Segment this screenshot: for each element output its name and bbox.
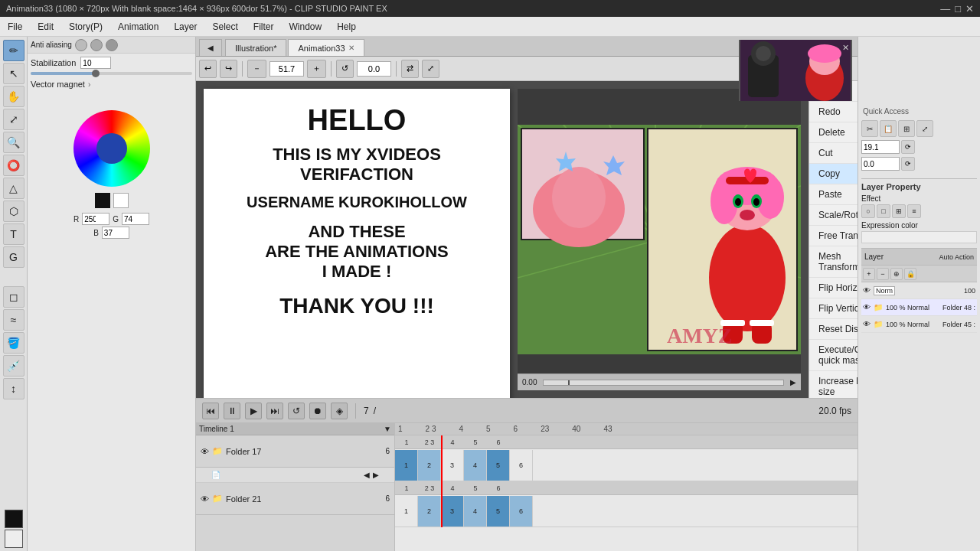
stab-input[interactable] [80,57,111,69]
tool-hand[interactable]: ✋ [3,86,24,107]
merge-btn[interactable]: ⊕ [890,268,903,280]
qa-tool-3[interactable]: ⊞ [898,120,915,137]
position-slider[interactable] [543,380,784,386]
tool-select[interactable]: ↖ [3,63,24,84]
expression-color-bar[interactable] [861,231,977,243]
ctx-free-transform[interactable]: Free Transform [809,226,858,246]
zoom-input[interactable] [270,61,304,77]
tool-bucket[interactable]: 🪣 [3,332,24,354]
menu-animation[interactable]: Animation [110,17,166,37]
tool-circle[interactable]: ⭕ [3,155,24,176]
aa-circle3[interactable] [106,39,118,51]
ctx-execute-mask[interactable]: Execute/Cancel quick mask [809,340,858,371]
frame-cell-1-2[interactable]: 2 [418,450,441,481]
menu-filter[interactable]: Filter [246,17,282,37]
angle-input[interactable] [357,61,391,77]
zoom-value-input[interactable] [861,140,900,154]
pause-btn[interactable]: ⏸ [224,403,240,419]
effect-icon-1[interactable]: ○ [861,204,875,218]
tool-move[interactable]: ↕ [3,378,24,399]
eye-icon-21[interactable]: 👁 [201,494,209,504]
ctx-delete[interactable]: Delete [809,122,858,143]
play-next-btn[interactable]: ⏭ [266,403,283,419]
zoom-in-btn[interactable]: ＋ [307,60,326,78]
record-btn[interactable]: ⏺ [309,403,326,419]
rotate-btn[interactable]: ↺ [336,60,354,78]
ctx-increase-brush[interactable]: Increase brush size [809,371,858,398]
ctx-mesh-transform[interactable]: Mesh Transform [809,246,858,278]
eye-icon-17[interactable]: 👁 [201,447,209,456]
lock-btn[interactable]: 🔒 [904,268,916,280]
timeline-menu[interactable]: ▼ [384,425,391,433]
new-layer-btn[interactable]: + [863,268,875,280]
foreground-color[interactable] [5,510,23,528]
play-btn[interactable]: ▶ [245,403,262,419]
playhead[interactable] [441,435,443,527]
tool-gradient[interactable]: G [3,246,24,268]
tool-eyedrop[interactable]: 💉 [3,355,24,377]
flip-h-btn[interactable]: ⇄ [401,60,419,78]
frame-cell-1-5[interactable]: 5 [487,450,510,481]
eye-2[interactable]: 👁 [863,320,871,328]
color-selector[interactable] [96,133,127,164]
redo-btn[interactable]: ↪ [220,60,237,78]
color-wheel[interactable] [74,110,150,187]
ctx-redo[interactable]: Redo [809,102,858,122]
ctx-cut[interactable]: Cut [809,143,858,164]
tab-animation[interactable]: Animation33 ✕ [288,39,364,56]
frame-cell-2-5[interactable]: 5 [487,496,510,527]
minimize-btn[interactable]: — [940,3,950,15]
tab-nav-btn[interactable]: ◀ [199,39,222,56]
qa-tool-4[interactable]: ⤢ [916,120,933,137]
tab-close-btn[interactable]: ✕ [348,44,354,52]
menu-select[interactable]: Select [204,17,245,37]
menu-window[interactable]: Window [281,17,329,37]
tool-fill[interactable]: ⬡ [3,201,24,222]
aa-circle2[interactable] [90,39,103,51]
tool-eraser[interactable]: ◻ [3,286,24,308]
del-layer-btn[interactable]: − [877,268,889,280]
bg-swatch[interactable] [113,193,129,208]
zoom-out-btn[interactable]: － [247,60,266,78]
tab-illustration[interactable]: Illustration* [225,39,286,56]
color-b-input[interactable] [102,227,129,239]
menu-help[interactable]: Help [329,17,364,37]
qa-tool-1[interactable]: ✂ [861,120,878,137]
background-color[interactable] [5,530,23,548]
play-back-btn[interactable]: ⏮ [202,403,219,419]
sub-prev-btn[interactable]: ◀ [364,471,370,479]
frame-cell-1-4[interactable]: 4 [464,450,487,481]
menu-edit[interactable]: Edit [30,17,61,37]
arrow-right[interactable]: ▶ [790,378,796,386]
ctx-flip-h[interactable]: Flip Horizontal [809,278,858,298]
tool-blend[interactable]: ≈ [3,309,24,331]
ctx-flip-v[interactable]: Flip Vertical [809,298,858,319]
undo-btn[interactable]: ↩ [199,60,217,78]
angle-reset[interactable]: ⟳ [901,157,915,171]
preview-close-btn[interactable]: ✕ [842,43,849,53]
effect-icon-3[interactable]: ⊞ [892,204,906,218]
frame-cell-2-4[interactable]: 4 [464,496,487,527]
loop-btn[interactable]: ↺ [288,403,305,419]
tool-transform[interactable]: ⤢ [3,109,24,130]
fullscreen-btn[interactable]: ⤢ [422,60,439,78]
ctx-scale-rotate[interactable]: Scale/Rotate [809,205,858,226]
close-btn[interactable]: ✕ [965,3,974,15]
onion-btn[interactable]: ◈ [331,403,348,419]
tool-text[interactable]: T [3,223,24,245]
menu-layer[interactable]: Layer [166,17,204,37]
ctx-paste[interactable]: Paste [809,184,858,205]
menu-story[interactable]: Story(P) [61,17,110,37]
sub-next-btn[interactable]: ▶ [373,471,379,479]
tool-triangle[interactable]: △ [3,178,24,199]
qa-tool-2[interactable]: 📋 [880,120,897,137]
frame-cell-2-6[interactable]: 6 [510,496,533,527]
ctx-reset-display[interactable]: Reset Display [809,319,858,340]
color-g-input[interactable] [122,213,149,225]
frame-cell-2-1[interactable]: 1 [395,496,418,527]
frame-cell-1-6[interactable]: 6 [510,450,533,481]
angle-value-input[interactable] [861,157,900,171]
aa-circle1[interactable] [75,39,87,51]
menu-file[interactable]: File [0,17,30,37]
ctx-copy[interactable]: Copy [809,164,858,184]
